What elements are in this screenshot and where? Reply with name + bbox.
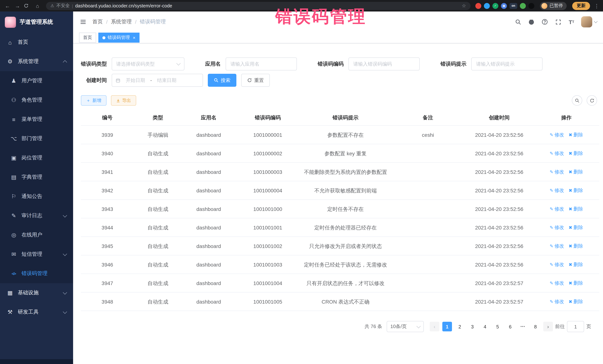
sidebar-item-dept[interactable]: ⌥部门管理	[0, 129, 73, 148]
sidebar-item-system[interactable]: ⚙系统管理	[0, 52, 73, 71]
delete-link[interactable]: ✖删除	[569, 299, 583, 304]
extension-paw-icon[interactable]	[528, 3, 534, 9]
extension-green-check-icon[interactable]: ✓	[492, 3, 498, 9]
export-button[interactable]: 导出	[111, 95, 136, 106]
col-msg: 错误码提示	[300, 110, 391, 125]
reload-icon[interactable]	[24, 3, 31, 8]
edit-link[interactable]: ✎修改	[550, 132, 564, 138]
page-button-4[interactable]: 4	[480, 322, 490, 331]
extension-blue-icon[interactable]	[484, 3, 490, 9]
github-icon[interactable]	[528, 18, 535, 26]
tab-error-code[interactable]: 错误码管理 ×	[98, 33, 139, 43]
sidebar-footer	[0, 359, 73, 364]
edit-link[interactable]: ✎修改	[550, 169, 564, 175]
goto-page-input[interactable]	[567, 321, 584, 332]
forward-icon[interactable]: →	[14, 3, 21, 9]
delete-link[interactable]: ✖删除	[569, 243, 583, 249]
profile-chip[interactable]: 已暂停	[540, 2, 567, 10]
show-search-button[interactable]	[572, 95, 582, 106]
user-menu[interactable]	[581, 16, 597, 27]
sidebar-item-infra[interactable]: ▦基础设施	[0, 283, 73, 302]
page-size-select[interactable]: 10条/页	[387, 321, 424, 332]
delete-link[interactable]: ✖删除	[569, 132, 583, 138]
error-code-input[interactable]	[348, 57, 420, 70]
browser-menu-icon[interactable]: ⋮	[594, 3, 599, 9]
refresh-table-button[interactable]	[587, 95, 597, 106]
edit-link[interactable]: ✎修改	[550, 262, 564, 267]
filter-row-2: 创建时间 - 搜索	[81, 74, 599, 87]
edit-link[interactable]: ✎修改	[550, 151, 564, 156]
sidebar-item-home[interactable]: ⌂首页	[0, 33, 73, 52]
edit-link[interactable]: ✎修改	[550, 225, 564, 230]
fullscreen-icon[interactable]	[554, 18, 562, 26]
edit-link[interactable]: ✎修改	[550, 188, 564, 193]
delete-link[interactable]: ✖删除	[569, 225, 583, 230]
sidebar-item-devtool[interactable]: ⚒研发工具	[0, 302, 73, 322]
search-button[interactable]: 搜索	[208, 74, 236, 87]
edit-link[interactable]: ✎修改	[550, 299, 564, 304]
sidebar-item-audit[interactable]: ✎审计日志	[0, 206, 73, 225]
sidebar-item-sms[interactable]: ✉短信管理	[0, 245, 73, 264]
breadcrumb-system[interactable]: 系统管理	[111, 19, 132, 25]
end-date-input[interactable]	[154, 77, 180, 83]
app-name-input[interactable]	[226, 57, 297, 70]
page-button-3[interactable]: 3	[468, 322, 477, 331]
tab-home[interactable]: 首页	[79, 33, 96, 43]
sidebar-item-online[interactable]: ◎在线用户	[0, 225, 73, 245]
sidebar-item-user[interactable]: ♟用户管理	[0, 71, 73, 90]
date-range-picker[interactable]: -	[112, 74, 203, 87]
table-row: 3939手动编辑dashboard1001000001参数配置不存在ceshi2…	[81, 125, 599, 144]
breadcrumb-home[interactable]: 首页	[93, 19, 103, 25]
search-icon[interactable]	[514, 18, 522, 26]
add-button[interactable]: ＋ 新增	[81, 95, 106, 106]
delete-link[interactable]: ✖删除	[569, 206, 583, 212]
edit-link[interactable]: ✎修改	[550, 243, 564, 249]
edit-link[interactable]: ✎修改	[550, 206, 564, 212]
delete-link[interactable]: ✖删除	[569, 262, 583, 267]
extension-on-badge-icon[interactable]: on	[510, 3, 517, 9]
next-page-button[interactable]: ›	[543, 322, 553, 331]
extension-grid-icon[interactable]: ▦	[501, 3, 507, 9]
reset-button[interactable]: 重置	[241, 74, 270, 87]
extension-leaf-icon[interactable]	[520, 3, 526, 9]
edit-link[interactable]: ✎修改	[550, 280, 564, 286]
cell-actions: ✎修改✖删除	[533, 181, 599, 200]
delete-link[interactable]: ✖删除	[569, 169, 583, 175]
sidebar-item-menu[interactable]: ≡菜单管理	[0, 110, 73, 129]
page-button-8[interactable]: 8	[531, 322, 540, 331]
address-bar[interactable]: ⚠ 不安全 | dashboard.yudao.iocoder.cn/syste…	[46, 2, 471, 10]
page-button-2[interactable]: 2	[455, 322, 464, 331]
start-date-input[interactable]	[122, 77, 149, 83]
delete-link[interactable]: ✖删除	[569, 280, 583, 286]
delete-link[interactable]: ✖删除	[569, 188, 583, 193]
sidebar-item-role[interactable]: ⚇角色管理	[0, 90, 73, 110]
sidebar-item-label: 字典管理	[22, 174, 66, 180]
sms-icon: ✉	[10, 251, 17, 258]
hamburger-icon[interactable]	[79, 18, 87, 26]
sidebar-item-label: 通知公告	[22, 193, 66, 200]
sidebar-item-post[interactable]: ▣岗位管理	[0, 148, 73, 167]
help-icon[interactable]	[541, 18, 548, 26]
table-row: 3947自动生成dashboard1001001004只有开启状态的任务，才可以…	[81, 274, 599, 292]
font-size-icon[interactable]: TT	[568, 18, 575, 26]
page-button-5[interactable]: 5	[493, 322, 502, 331]
active-dot-icon	[103, 36, 105, 39]
error-msg-input[interactable]	[471, 57, 543, 70]
home-icon[interactable]: ⌂	[34, 3, 41, 9]
prev-page-button[interactable]: ‹	[430, 322, 439, 331]
back-icon[interactable]: ←	[4, 3, 11, 9]
page-ellipsis[interactable]: •••	[518, 322, 528, 331]
sidebar-item-errcode[interactable]: </>错误码管理	[0, 264, 73, 283]
close-icon[interactable]: ×	[133, 35, 135, 40]
app-logo[interactable]: 芋道管理系统	[0, 11, 73, 33]
sidebar-item-dict[interactable]: ▤字典管理	[0, 167, 73, 187]
delete-link[interactable]: ✖删除	[569, 151, 583, 156]
error-type-select[interactable]: 请选择错误码类型	[112, 57, 185, 70]
sidebar-item-notice[interactable]: ⚐通知公告	[0, 187, 73, 206]
update-button[interactable]: 更新	[572, 2, 590, 10]
table-body: 3939手动编辑dashboard1001000001参数配置不存在ceshi2…	[81, 125, 599, 311]
page-button-6[interactable]: 6	[505, 322, 515, 331]
extension-red-icon[interactable]	[475, 3, 481, 9]
page-button-1[interactable]: 1	[442, 322, 452, 331]
bookmark-star-icon[interactable]: ☆	[462, 3, 466, 9]
